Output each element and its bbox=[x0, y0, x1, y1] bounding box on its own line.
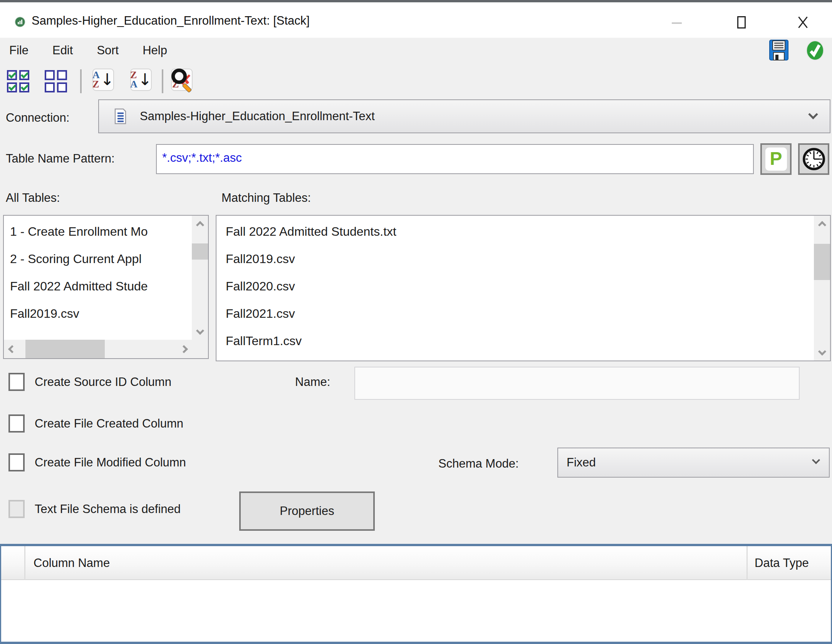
down-arrow-icon: ↓ bbox=[101, 71, 114, 88]
connection-value: Samples-Higher_Education_Enrollment-Text bbox=[140, 109, 375, 123]
scrollbar-thumb[interactable] bbox=[192, 243, 208, 260]
name-input[interactable] bbox=[354, 367, 800, 400]
all-tables-label: All Tables: bbox=[6, 191, 60, 205]
select-all-button[interactable] bbox=[7, 70, 29, 92]
unchecked-box-icon bbox=[57, 82, 67, 92]
checked-box-icon bbox=[7, 70, 17, 80]
columns-table: Column Name Data Type bbox=[0, 544, 832, 644]
list-item[interactable]: Fall 2022 Admitted Stude bbox=[4, 273, 192, 300]
unchecked-box-icon bbox=[57, 70, 67, 80]
connection-label: Connection: bbox=[6, 111, 69, 125]
list-item[interactable]: 2 - Scoring Current Appl bbox=[4, 245, 192, 273]
menu-bar: File Edit Sort Help bbox=[0, 38, 832, 63]
run-check-icon[interactable] bbox=[806, 40, 824, 61]
close-button[interactable] bbox=[797, 16, 809, 29]
create-file-modified-label: Create File Modified Column bbox=[35, 456, 186, 470]
sort-za-icon: Z A bbox=[130, 70, 138, 89]
all-tables-list[interactable]: 1 - Create Enrollment Mo 2 - Scoring Cur… bbox=[3, 215, 209, 359]
list-item[interactable]: Fall 2022 Admitted Students.txt bbox=[216, 218, 814, 245]
column-separator[interactable] bbox=[746, 546, 748, 580]
scrollbar-thumb[interactable] bbox=[25, 340, 105, 358]
create-source-id-row: Create Source ID Column bbox=[8, 373, 171, 391]
all-tables-items: 1 - Create Enrollment Mo 2 - Scoring Cur… bbox=[4, 218, 192, 340]
all-tables-horizontal-scrollbar[interactable] bbox=[4, 340, 192, 358]
scroll-right-arrow[interactable] bbox=[176, 340, 192, 358]
column-name-header[interactable]: Column Name bbox=[34, 556, 110, 570]
app-icon bbox=[15, 17, 25, 27]
matching-tables-label: Matching Tables: bbox=[221, 191, 311, 205]
schema-mode-value: Fixed bbox=[567, 456, 596, 470]
unchecked-box-icon bbox=[45, 82, 55, 92]
scroll-down-arrow[interactable] bbox=[814, 344, 830, 361]
table-name-pattern-input[interactable] bbox=[156, 144, 754, 174]
p-icon: P bbox=[765, 148, 787, 171]
menu-file[interactable]: File bbox=[9, 44, 29, 57]
data-type-header[interactable]: Data Type bbox=[755, 556, 809, 570]
scrollbar-corner bbox=[192, 340, 208, 358]
scroll-left-arrow[interactable] bbox=[4, 340, 20, 358]
sort-az-icon: A Z bbox=[92, 70, 100, 89]
checked-box-icon bbox=[19, 82, 29, 92]
schema-mode-dropdown[interactable]: Fixed bbox=[557, 448, 830, 478]
magnifier-lens bbox=[171, 69, 187, 84]
create-source-id-checkbox[interactable] bbox=[8, 373, 25, 391]
minimize-button[interactable] bbox=[672, 22, 682, 24]
toolbar-separator bbox=[162, 69, 163, 93]
sort-ascending-button[interactable]: A Z ↓ bbox=[92, 69, 114, 91]
create-file-created-checkbox[interactable] bbox=[8, 414, 25, 433]
checked-box-icon bbox=[19, 70, 29, 80]
properties-button[interactable]: Properties bbox=[239, 491, 375, 531]
matching-tables-items: Fall 2022 Admitted Students.txt Fall2019… bbox=[216, 218, 814, 361]
scroll-down-arrow[interactable] bbox=[192, 324, 208, 340]
list-item[interactable]: 1 - Create Enrollment Mo bbox=[4, 218, 192, 245]
checked-box-icon bbox=[7, 82, 17, 92]
menu-help[interactable]: Help bbox=[143, 44, 167, 57]
history-button[interactable] bbox=[798, 143, 829, 175]
matching-tables-vertical-scrollbar[interactable] bbox=[814, 216, 830, 361]
menu-edit[interactable]: Edit bbox=[52, 44, 73, 57]
scrollbar-thumb[interactable] bbox=[814, 244, 830, 280]
schema-defined-row: Text File Schema is defined bbox=[8, 500, 181, 518]
titlebar[interactable]: Samples-Higher_Education_Enrollment-Text… bbox=[0, 2, 832, 38]
scroll-up-arrow[interactable] bbox=[192, 216, 208, 232]
list-item[interactable]: Fall2020.csv bbox=[216, 273, 814, 300]
create-file-modified-row: Create File Modified Column bbox=[8, 453, 186, 471]
all-tables-vertical-scrollbar[interactable] bbox=[192, 216, 208, 340]
toolbar-separator bbox=[80, 69, 82, 93]
matching-tables-list[interactable]: Fall 2022 Admitted Students.txt Fall2019… bbox=[216, 215, 831, 361]
menu-sort[interactable]: Sort bbox=[97, 44, 119, 57]
window-title: Samples-Higher_Education_Enrollment-Text… bbox=[32, 14, 310, 28]
list-item[interactable]: Fall2019.csv bbox=[4, 300, 192, 327]
table-name-pattern-label: Table Name Pattern: bbox=[6, 152, 115, 166]
chevron-down-icon bbox=[812, 456, 820, 464]
search-icon[interactable] bbox=[171, 69, 195, 92]
columns-table-header: Column Name Data Type bbox=[1, 546, 831, 580]
create-file-created-row: Create File Created Column bbox=[8, 414, 183, 433]
schema-defined-checkbox bbox=[8, 500, 25, 518]
pattern-button[interactable]: P bbox=[760, 143, 792, 175]
create-file-created-label: Create File Created Column bbox=[35, 417, 183, 431]
clear-selection-button[interactable] bbox=[45, 70, 67, 92]
down-arrow-icon: ↓ bbox=[138, 71, 152, 88]
save-icon[interactable] bbox=[769, 39, 789, 61]
list-item[interactable]: Fall2019.csv bbox=[216, 245, 814, 273]
column-separator[interactable] bbox=[24, 546, 25, 580]
name-label: Name: bbox=[295, 375, 330, 389]
create-source-id-label: Create Source ID Column bbox=[35, 375, 171, 389]
create-file-modified-checkbox[interactable] bbox=[8, 453, 25, 471]
schema-mode-label: Schema Mode: bbox=[438, 457, 519, 471]
maximize-button[interactable] bbox=[737, 16, 746, 29]
chevron-down-icon bbox=[808, 109, 818, 119]
stack-dialog-window: Samples-Higher_Education_Enrollment-Text… bbox=[0, 0, 832, 644]
schema-defined-label: Text File Schema is defined bbox=[35, 502, 181, 516]
clock-icon bbox=[802, 147, 826, 171]
list-item[interactable]: Fall2021.csv bbox=[216, 300, 814, 327]
connection-dropdown[interactable]: Samples-Higher_Education_Enrollment-Text bbox=[98, 99, 830, 133]
document-icon bbox=[114, 108, 127, 124]
unchecked-box-icon bbox=[45, 70, 55, 80]
columns-table-body[interactable] bbox=[1, 581, 831, 642]
magnifier-handle bbox=[182, 83, 192, 93]
scroll-up-arrow[interactable] bbox=[814, 216, 830, 232]
sort-descending-button[interactable]: Z A ↓ bbox=[130, 69, 152, 91]
list-item[interactable]: FallTerm1.csv bbox=[216, 327, 814, 355]
